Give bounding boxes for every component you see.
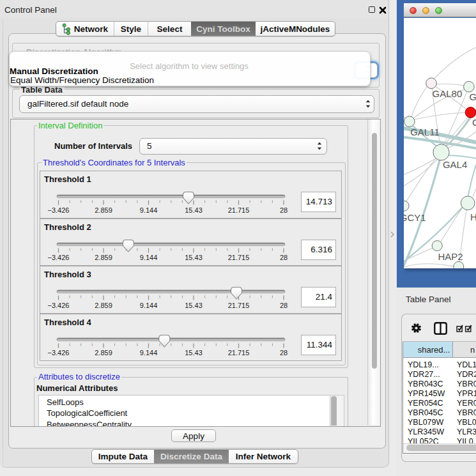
svg-text:GAL11: GAL11	[410, 127, 440, 137]
svg-text:CDC: CDC	[472, 117, 476, 128]
svg-text:GAL4: GAL4	[443, 159, 467, 170]
svg-text:HIS: HIS	[470, 211, 476, 222]
svg-text:GAL8: GAL8	[469, 91, 476, 102]
svg-text:HAP2: HAP2	[438, 251, 463, 262]
svg-text:GCY1: GCY1	[404, 212, 426, 223]
svg-text:GAL80: GAL80	[433, 88, 463, 99]
